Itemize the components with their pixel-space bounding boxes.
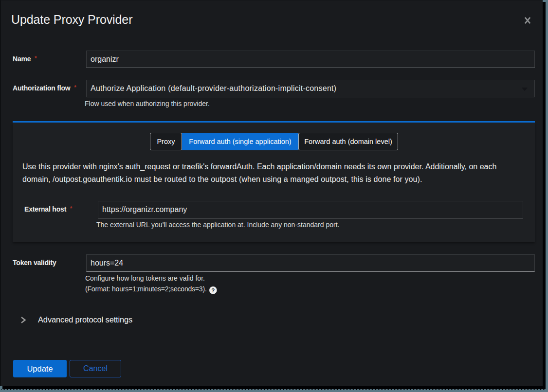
svg-text:?: ? <box>211 287 215 293</box>
